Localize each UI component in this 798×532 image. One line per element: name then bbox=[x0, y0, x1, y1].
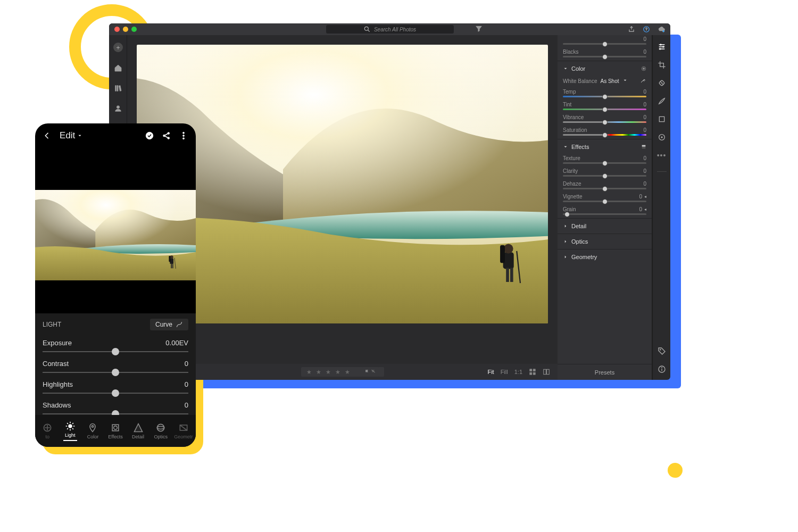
slider-knob[interactable] bbox=[112, 369, 119, 376]
traffic-light-close[interactable] bbox=[114, 27, 120, 32]
tag-icon[interactable] bbox=[658, 347, 666, 355]
slider-vignette[interactable]: Vignette0◂ bbox=[558, 193, 652, 205]
svg-point-46 bbox=[183, 135, 185, 136]
slider-saturation[interactable]: Saturation0 bbox=[558, 126, 652, 139]
library-icon[interactable] bbox=[114, 84, 122, 93]
mobile-tab-effects[interactable]: Effects bbox=[104, 422, 127, 439]
slider-value: 0 bbox=[643, 168, 646, 174]
more-tools-icon[interactable]: ••• bbox=[657, 151, 667, 160]
landscape-photo bbox=[35, 190, 196, 280]
slider-temp[interactable]: Temp0 bbox=[558, 88, 652, 101]
slider-knob[interactable] bbox=[112, 348, 119, 355]
mobile-photo[interactable] bbox=[35, 190, 196, 280]
mobile-slider-highlights[interactable]: Highlights0 bbox=[43, 380, 188, 394]
traffic-light-minimize[interactable] bbox=[123, 27, 128, 32]
mobile-slider-contrast[interactable]: Contrast0 bbox=[43, 360, 188, 373]
mobile-tab-detail[interactable]: Detail bbox=[127, 422, 149, 439]
slider-tint[interactable]: Tint0 bbox=[558, 101, 652, 113]
wb-label: White Balance bbox=[563, 78, 597, 84]
healing-icon[interactable] bbox=[658, 79, 666, 87]
presets-button[interactable]: Presets bbox=[558, 364, 652, 380]
curve-button[interactable]: Curve bbox=[150, 319, 188, 330]
color-wheel-icon[interactable] bbox=[641, 66, 646, 71]
slider-knob[interactable] bbox=[112, 410, 119, 415]
slider-knob[interactable] bbox=[602, 132, 608, 138]
slider-vibrance[interactable]: Vibrance0 bbox=[558, 113, 652, 126]
slider-knob[interactable] bbox=[602, 161, 608, 166]
mobile-tab-light[interactable]: Light bbox=[59, 421, 82, 441]
slider-knob[interactable] bbox=[112, 389, 119, 397]
mobile-slider-shadows[interactable]: Shadows0 bbox=[43, 401, 188, 414]
slider-knob[interactable] bbox=[602, 120, 608, 125]
radial-gradient-icon[interactable] bbox=[658, 133, 666, 142]
rating-stars[interactable]: ★ ★ ★ ★ ★ bbox=[301, 367, 384, 377]
slider-grain[interactable]: Grain0◂ bbox=[558, 205, 652, 218]
edit-sliders-icon[interactable] bbox=[658, 43, 666, 51]
star-icon[interactable]: ★ bbox=[326, 369, 331, 376]
slider-knob[interactable] bbox=[602, 41, 608, 47]
add-photos-button[interactable]: ＋ bbox=[113, 43, 123, 52]
slider-knob[interactable] bbox=[602, 199, 608, 204]
filter-button[interactable] bbox=[475, 25, 483, 34]
slider-clarity[interactable]: Clarity0 bbox=[558, 167, 652, 180]
main-photo[interactable] bbox=[137, 45, 548, 323]
section-color[interactable]: Color bbox=[558, 61, 652, 76]
tab-label: Light bbox=[65, 433, 76, 438]
slider-knob[interactable] bbox=[602, 107, 608, 112]
slider-knob[interactable] bbox=[602, 54, 608, 60]
expand-icon[interactable]: ◂ bbox=[644, 207, 646, 212]
brush-icon[interactable] bbox=[658, 97, 666, 105]
wb-value[interactable]: As Shot bbox=[600, 78, 619, 84]
share-icon[interactable] bbox=[628, 26, 635, 33]
expand-icon[interactable]: ◂ bbox=[644, 194, 646, 199]
slider-value: 0 bbox=[185, 401, 188, 409]
people-icon[interactable] bbox=[114, 104, 122, 113]
star-icon[interactable]: ★ bbox=[345, 369, 350, 376]
linear-gradient-icon[interactable] bbox=[658, 115, 666, 123]
search-input[interactable]: Search All Photos bbox=[326, 25, 454, 34]
mobile-tab-color[interactable]: Color bbox=[81, 422, 104, 439]
section-optics[interactable]: Optics bbox=[558, 234, 652, 249]
compare-view-icon[interactable] bbox=[543, 368, 550, 376]
slider-dehaze[interactable]: Dehaze0 bbox=[558, 180, 652, 193]
slider-knob[interactable] bbox=[602, 173, 608, 179]
curve-icon bbox=[176, 321, 183, 328]
back-icon[interactable] bbox=[43, 131, 52, 140]
slider-knob[interactable] bbox=[602, 94, 608, 99]
grid-view-icon[interactable] bbox=[529, 368, 536, 376]
zoom-fit[interactable]: Fit bbox=[487, 369, 494, 375]
mobile-tab-geometry[interactable]: Geometr bbox=[172, 422, 195, 439]
slider-texture[interactable]: Texture0 bbox=[558, 154, 652, 167]
zoom-1to1[interactable]: 1:1 bbox=[514, 369, 522, 375]
slider-blacks[interactable]: Blacks0 bbox=[558, 48, 652, 61]
mobile-slider-exposure[interactable]: Exposure0.00EV bbox=[43, 339, 188, 352]
flag-toggle[interactable] bbox=[362, 367, 379, 377]
bw-toggle-icon[interactable] bbox=[641, 144, 646, 149]
star-icon[interactable]: ★ bbox=[335, 369, 340, 376]
crop-icon[interactable] bbox=[658, 61, 666, 69]
eyedropper-button[interactable] bbox=[640, 77, 646, 85]
star-icon[interactable]: ★ bbox=[306, 369, 312, 376]
wb-dropdown[interactable] bbox=[622, 78, 628, 84]
section-geometry[interactable]: Geometry bbox=[558, 249, 652, 264]
help-icon[interactable]: ? bbox=[643, 26, 650, 33]
cloud-sync-icon[interactable] bbox=[658, 26, 665, 33]
zoom-fill[interactable]: Fill bbox=[501, 369, 508, 375]
mobile-tab-optics[interactable]: Optics bbox=[149, 422, 172, 439]
section-detail[interactable]: Detail bbox=[558, 218, 652, 234]
section-effects[interactable]: Effects bbox=[558, 139, 652, 154]
share-icon[interactable] bbox=[162, 131, 171, 140]
slider-[interactable]: 0 bbox=[558, 35, 652, 48]
mobile-title[interactable]: Edit bbox=[60, 130, 82, 141]
svg-point-49 bbox=[69, 425, 72, 428]
check-circle-icon[interactable] bbox=[145, 131, 154, 140]
home-icon[interactable] bbox=[114, 64, 122, 72]
svg-point-33 bbox=[662, 84, 663, 84]
traffic-light-zoom[interactable] bbox=[131, 27, 137, 32]
mobile-tab-auto[interactable]: to bbox=[36, 422, 59, 439]
more-vert-icon[interactable] bbox=[179, 131, 188, 140]
info-icon[interactable] bbox=[658, 365, 666, 373]
slider-knob[interactable] bbox=[602, 186, 608, 192]
star-icon[interactable]: ★ bbox=[316, 369, 321, 376]
slider-knob[interactable] bbox=[564, 212, 570, 217]
